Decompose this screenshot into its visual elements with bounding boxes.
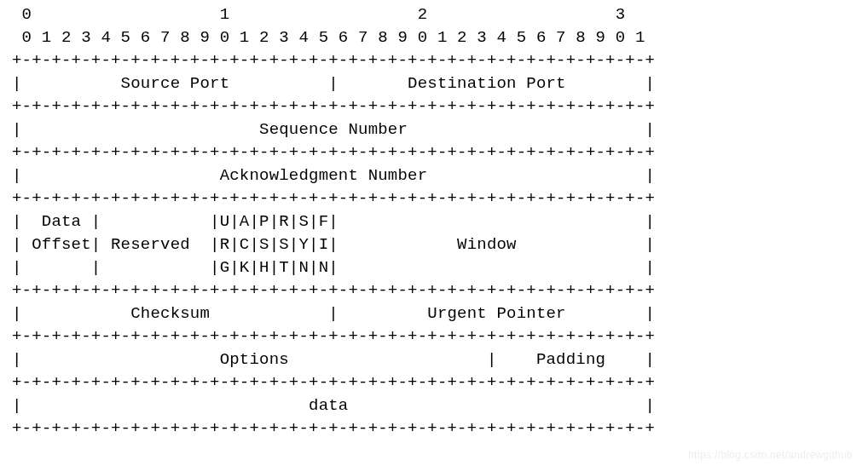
row-checksum-urgent: | Checksum | Urgent Pointer | [12,304,655,323]
row-ports: | Source Port | Destination Port | [12,74,655,93]
row-flags-line-3: | | |G|K|H|T|N|N| | [12,258,655,277]
row-sequence-number: | Sequence Number | [12,120,655,139]
watermark-text: https://blog.csdn.net/andrewgithub [688,449,853,461]
bit-ruler-tens: 0 1 2 3 [12,5,645,24]
row-data: | data | [12,396,655,415]
row-flags-line-2: | Offset| Reserved |R|C|S|S|Y|I| Window … [12,235,655,254]
sep-line: +-+-+-+-+-+-+-+-+-+-+-+-+-+-+-+-+-+-+-+-… [12,373,655,392]
bit-ruler-units: 0 1 2 3 4 5 6 7 8 9 0 1 2 3 4 5 6 7 8 9 … [12,28,645,47]
row-flags-line-1: | Data | |U|A|P|R|S|F| | [12,212,655,231]
sep-line: +-+-+-+-+-+-+-+-+-+-+-+-+-+-+-+-+-+-+-+-… [12,97,655,116]
sep-line: +-+-+-+-+-+-+-+-+-+-+-+-+-+-+-+-+-+-+-+-… [12,143,655,162]
sep-line: +-+-+-+-+-+-+-+-+-+-+-+-+-+-+-+-+-+-+-+-… [12,51,655,70]
sep-line: +-+-+-+-+-+-+-+-+-+-+-+-+-+-+-+-+-+-+-+-… [12,189,655,208]
row-ack-number: | Acknowledgment Number | [12,166,655,185]
sep-line: +-+-+-+-+-+-+-+-+-+-+-+-+-+-+-+-+-+-+-+-… [12,419,655,438]
sep-line: +-+-+-+-+-+-+-+-+-+-+-+-+-+-+-+-+-+-+-+-… [12,327,655,346]
row-options-padding: | Options | Padding | [12,350,655,369]
tcp-header-diagram: 0 1 2 3 0 1 2 3 4 5 6 7 8 9 0 1 2 3 4 5 … [0,0,868,440]
sep-line: +-+-+-+-+-+-+-+-+-+-+-+-+-+-+-+-+-+-+-+-… [12,281,655,300]
